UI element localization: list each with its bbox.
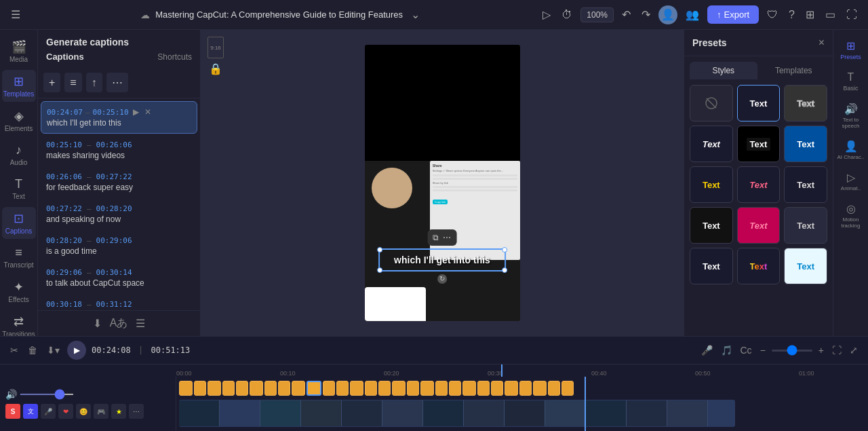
sticker-heart[interactable]: ❤	[58, 404, 73, 419]
caption-handle-br[interactable]	[502, 267, 507, 273]
caption-item-5[interactable]: 00:29:06 – 00:30:14 to talk about CapCut…	[41, 263, 197, 293]
caption-segment-27[interactable]	[561, 381, 574, 396]
caption-item-0[interactable]: 00:24:07 – 00:25:10 ▶ ✕ which I'll get i…	[41, 101, 197, 134]
captions-track-button[interactable]: Cc	[738, 343, 754, 358]
sidebar-item-text[interactable]: T Text	[2, 173, 36, 204]
caption-segment-8[interactable]	[292, 381, 305, 396]
add-user-icon[interactable]: 👥	[683, 5, 702, 24]
shield-icon[interactable]: 🛡	[764, 6, 781, 24]
timeline-delete-button[interactable]: 🗑	[26, 343, 39, 358]
grid-icon[interactable]: ⊞	[803, 5, 817, 24]
sidebar-item-transitions[interactable]: ⇄ Transitions	[2, 310, 36, 336]
preset-yellow[interactable]: Text	[690, 166, 733, 203]
caption-copy-button[interactable]: ⧉	[431, 231, 440, 244]
undo-icon[interactable]: ↶	[619, 5, 633, 24]
sidebar-item-audio[interactable]: ♪ Audio	[2, 139, 36, 170]
preset-basic2[interactable]: Text	[690, 126, 733, 162]
captions-list-button[interactable]: ☰	[136, 317, 145, 330]
caption-segment-12[interactable]	[350, 381, 363, 396]
caption-item-2[interactable]: 00:26:06 – 00:27:22 for feedback super e…	[41, 167, 197, 198]
caption-segment-10[interactable]	[323, 381, 335, 396]
right-sidebar-tts[interactable]: 🔊 Text to speech	[835, 98, 867, 133]
caption-handle-bl[interactable]	[377, 267, 382, 273]
sidebar-item-captions[interactable]: ⊡ Captions	[2, 207, 36, 239]
zoom-control[interactable]: 100%	[580, 7, 614, 22]
play-button[interactable]: ▶	[67, 341, 86, 360]
caption-item-6[interactable]: 00:30:18 – 00:31:12 this is a really coo…	[41, 295, 197, 310]
right-sidebar-animat[interactable]: ▷ Animat..	[835, 167, 867, 195]
sticker-more[interactable]: ⋯	[129, 404, 144, 419]
caption-segment-1[interactable]	[194, 381, 206, 396]
timeline-cut-button[interactable]: ✂	[8, 343, 20, 358]
caption-segment-2[interactable]	[208, 381, 221, 396]
presets-close-button[interactable]: ×	[818, 37, 825, 49]
add-caption-button[interactable]: +	[43, 73, 60, 92]
caption-segment-0[interactable]	[179, 381, 193, 396]
sticker-star[interactable]: ★	[111, 404, 126, 419]
sticker-cn[interactable]: 文	[23, 404, 38, 419]
caption-more-button[interactable]: ⋯	[106, 73, 128, 92]
caption-overlay[interactable]: ⧉ ⋯ which I'll get into this ↻	[378, 248, 506, 271]
fit-button[interactable]: ⛶	[830, 343, 844, 358]
fullscreen-icon[interactable]: ⛶	[844, 6, 860, 24]
caption-segment-13[interactable]	[365, 381, 377, 396]
sidebar-item-elements[interactable]: ◈ Elements	[2, 105, 36, 136]
caption-segment-14[interactable]	[378, 381, 391, 396]
caption-delete-0[interactable]: ✕	[143, 107, 153, 117]
sidebar-item-effects[interactable]: ✦ Effects	[2, 276, 36, 307]
question-icon[interactable]: ?	[786, 6, 797, 24]
caption-segment-20[interactable]	[462, 381, 476, 396]
sidebar-item-transcript[interactable]: ≡ Transcript	[2, 242, 36, 273]
preset-basic-bold[interactable]: Text	[737, 85, 781, 121]
caption-upload-button[interactable]: ↑	[86, 73, 102, 92]
caption-play-0[interactable]: ▶	[132, 107, 140, 117]
play-preview-icon[interactable]: ▷	[540, 5, 553, 24]
preset-gradient-pink[interactable]: Text	[737, 207, 781, 244]
caption-segment-3[interactable]	[222, 381, 235, 396]
caption-segment-22[interactable]	[491, 381, 503, 396]
preset-dark-bg[interactable]: Text	[737, 126, 781, 162]
fullscreen-timeline-button[interactable]: ⤢	[848, 343, 860, 358]
volume-slider[interactable]	[20, 394, 74, 395]
preset-cyan2[interactable]: Text	[784, 248, 827, 284]
sidebar-item-templates[interactable]: ⊞ Templates	[2, 70, 36, 102]
sticker-emoji[interactable]: 😊	[76, 404, 91, 419]
caption-segment-19[interactable]	[449, 381, 461, 396]
caption-segment-5[interactable]	[250, 381, 263, 396]
menu-icon[interactable]: ☰	[8, 5, 23, 24]
sticker-mic[interactable]: 🎤	[41, 404, 56, 419]
caption-handle-tr[interactable]	[502, 247, 507, 252]
caption-segment-9[interactable]	[307, 381, 321, 396]
preset-solid-dark[interactable]: Text	[690, 207, 733, 244]
caption-segment-18[interactable]	[435, 381, 448, 396]
timeline-audio-button[interactable]: ⬇▾	[45, 343, 62, 358]
sticker-game[interactable]: 🎮	[94, 404, 108, 419]
caption-segment-26[interactable]	[548, 381, 560, 396]
caption-item-3[interactable]: 00:27:22 – 00:28:20 and speaking of now	[41, 199, 197, 229]
sidebar-item-media[interactable]: 🎬 Media	[2, 35, 36, 67]
right-sidebar-ai[interactable]: 👤 AI Charac..	[835, 136, 867, 164]
preset-colored1[interactable]: Text	[784, 126, 827, 162]
caption-segment-25[interactable]	[533, 381, 547, 396]
canvas-lock-icon[interactable]: 🔒	[209, 62, 222, 75]
caption-rotate-handle[interactable]: ↻	[437, 274, 447, 284]
zoom-out-button[interactable]: −	[758, 343, 768, 358]
caption-segment-4[interactable]	[236, 381, 248, 396]
layout-icon[interactable]: ▭	[823, 5, 838, 24]
export-button[interactable]: ↑ Export	[707, 5, 759, 24]
preset-outline-white[interactable]: Text	[784, 85, 827, 121]
timeline-zoom-slider[interactable]	[772, 350, 812, 352]
caption-handle-tl[interactable]	[377, 247, 382, 252]
tab-templates[interactable]: Templates	[760, 62, 828, 79]
caption-segment-23[interactable]	[505, 381, 518, 396]
caption-segment-6[interactable]	[264, 381, 277, 396]
caption-more-options-button[interactable]: ⋯	[441, 231, 452, 244]
sticker-s[interactable]: S	[5, 404, 20, 419]
preset-glow[interactable]: Text	[690, 248, 733, 284]
caption-subtitles-button[interactable]: ≡	[64, 73, 81, 92]
right-sidebar-motion[interactable]: ◎ Motion tracking	[835, 198, 867, 233]
captions-download-button[interactable]: ⬇	[93, 317, 102, 330]
preset-none[interactable]	[690, 85, 733, 121]
preset-plain-light[interactable]: Text	[784, 207, 827, 244]
chevron-down-icon[interactable]: ⌄	[408, 5, 422, 24]
